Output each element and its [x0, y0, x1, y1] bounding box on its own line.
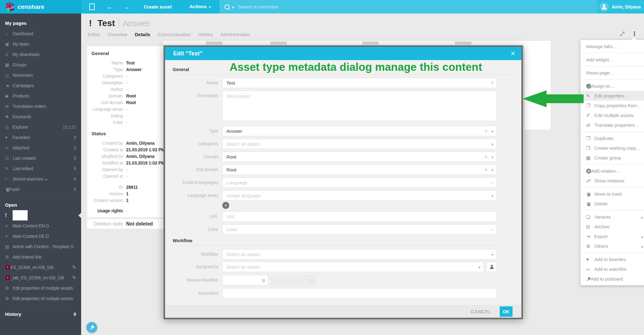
menu-item[interactable]: ☍ Show relations	[580, 176, 644, 186]
search-icon[interactable]	[225, 4, 230, 9]
ok-button[interactable]: OK	[500, 306, 513, 317]
menu-item[interactable]: Move to trash	[580, 189, 644, 199]
forward-arrow-icon[interactable]	[118, 3, 135, 11]
actions-menu-button[interactable]: Actions	[180, 0, 219, 14]
sidebar-open-item[interactable]: k _tab_ES_02308_en-GB_GB	[0, 272, 81, 283]
edit-pencil-icon[interactable]	[72, 265, 76, 270]
kfile-icon: k	[5, 265, 10, 270]
sidebar-item[interactable]: ♥ Favorites 0	[0, 132, 81, 142]
color-select[interactable]: Color	[222, 224, 497, 235]
sidebar-item[interactable]: ⇄ Translation orders	[0, 101, 81, 111]
menu-item[interactable]: Reset page…	[580, 68, 644, 78]
heart-icon: ♥	[5, 135, 13, 140]
sidebar-open-item[interactable]: ▤ Article with Content - Template D	[0, 241, 81, 252]
sidebar-item[interactable]: ◆ Products	[0, 91, 81, 101]
kebab-menu-icon[interactable]	[631, 30, 637, 37]
tab[interactable]: Details	[135, 32, 150, 37]
domain-select[interactable]: Root	[222, 152, 497, 162]
clear-icon[interactable]	[485, 128, 488, 134]
tab[interactable]: Communication	[158, 32, 191, 37]
pick-user-button[interactable]	[486, 262, 497, 272]
expand-icon[interactable]	[620, 31, 625, 37]
binoculars-icon: ∞	[5, 145, 13, 150]
content-languages-select[interactable]: Language	[222, 177, 497, 188]
brand[interactable]: censhare	[0, 0, 81, 14]
menu-item[interactable]: + Add relation…	[580, 166, 644, 176]
select-placeholder: Usage language	[226, 193, 491, 198]
sidebar-item[interactable]: ▦ Groups	[0, 59, 81, 70]
sidebar-item[interactable]: Trash 0	[0, 184, 81, 194]
create-asset-button[interactable]: Create asset	[135, 0, 180, 14]
language-areas-select[interactable]: Usage language	[222, 190, 497, 201]
detail-value: 1	[126, 191, 129, 197]
categories-select[interactable]: Select an option	[222, 139, 497, 149]
menu-item[interactable]: Add widget…	[580, 55, 644, 64]
sidebar-item[interactable]: ▣ My tasks	[0, 39, 81, 49]
sidebar-item[interactable]: ◄ Campaigns	[0, 80, 81, 91]
search-input[interactable]	[237, 4, 370, 10]
sidebar-open-item[interactable]: k ES_02308_en-GB_GB	[0, 262, 81, 272]
sidebar-open-item[interactable]: ⚙ Add shared link	[0, 252, 81, 262]
tab[interactable]: History	[198, 32, 213, 37]
deletion-state-label: Deletion state	[92, 221, 123, 227]
menu-item[interactable]: ✎ Edit properties…	[580, 91, 644, 101]
sidebar-item[interactable]: ⇓ My downloads	[0, 49, 81, 59]
tab[interactable]: Administration	[220, 32, 250, 37]
second-domain-select[interactable]: Root	[222, 165, 497, 175]
clear-icon[interactable]	[485, 154, 488, 160]
sidebar-item[interactable]: ☑ Last created 5	[0, 153, 81, 163]
search-scope-chevron-icon[interactable]	[232, 4, 234, 10]
menu-item[interactable]: ♥ Add to favorites	[580, 254, 644, 264]
menu-item[interactable]: ⇄ Translate properties…	[580, 120, 644, 130]
edit-pencil-icon[interactable]	[72, 275, 76, 281]
cancel-button[interactable]: CANCEL	[471, 309, 491, 314]
clear-icon[interactable]	[485, 167, 488, 173]
type-select[interactable]: Answer	[222, 126, 497, 136]
menu-item[interactable]: → Assign to…	[580, 81, 644, 91]
menu-item[interactable]: ✐ Edit multiple assets	[580, 110, 644, 120]
description-textarea[interactable]	[222, 91, 497, 121]
menu-item-label: Copy properties from…	[594, 103, 642, 108]
name-input[interactable]	[222, 78, 497, 88]
menu-item[interactable]: ⊟ Archive	[580, 222, 644, 232]
tab[interactable]: Editor	[88, 32, 100, 37]
calendar-icon[interactable]	[262, 277, 265, 283]
menu-item[interactable]: ❑ Variants	[580, 212, 644, 222]
user-menu[interactable]: Amin, Dilyana	[597, 0, 644, 14]
sidebar-item[interactable]: ∞ Watched 0	[0, 142, 81, 153]
sidebar-open-item[interactable]: ! Test	[0, 210, 81, 221]
menu-item[interactable]: ⇥ Export	[580, 232, 644, 241]
pinboard-fab-button[interactable]	[86, 322, 97, 333]
menu-item[interactable]: Manage tabs…	[580, 42, 644, 51]
close-icon[interactable]	[511, 50, 515, 57]
deadline-date-field[interactable]	[222, 275, 268, 285]
back-arrow-icon[interactable]	[102, 3, 118, 11]
sidebar-item[interactable]: ◎ Explorer 15,121	[0, 122, 81, 132]
sidebar-item[interactable]: ❖ Keywords	[0, 111, 81, 122]
menu-item[interactable]: Delete	[580, 199, 644, 209]
sidebar-item[interactable]: ✎ Last edited 6	[0, 163, 81, 174]
menu-item[interactable]: ❐ Duplicate	[580, 133, 644, 143]
workflow-select[interactable]: Select an option	[222, 249, 497, 260]
menu-item[interactable]: ❐ Copy properties from…	[580, 101, 644, 110]
deadline-date-input[interactable]	[225, 277, 262, 283]
menu-item[interactable]: ▦ Create group	[580, 153, 644, 163]
tab[interactable]: Overview	[108, 32, 127, 37]
menu-item[interactable]: Add to pinboard	[580, 274, 644, 284]
annotation-input[interactable]	[222, 288, 497, 299]
assigned-to-select[interactable]: Select an option	[222, 262, 484, 272]
sidebar-open-item[interactable]: ⚙ Edit properties of multiple assets	[0, 293, 81, 304]
window-icon[interactable]	[89, 3, 95, 10]
menu-item[interactable]: ⚙ Others	[580, 241, 644, 251]
add-icon[interactable]	[222, 202, 229, 209]
sidebar-item[interactable]: ⌂ Dashboard	[0, 28, 81, 39]
sidebar-open-item[interactable]: ≡ Main Content DE D	[0, 231, 81, 241]
sidebar-item[interactable]: ◫ Newsroom	[0, 70, 81, 80]
sidebar-open-item[interactable]: ⚙ Edit properties of multiple assets	[0, 283, 81, 293]
menu-item[interactable]: ∞ Add to watchlist	[580, 264, 644, 274]
sidebar-item[interactable]: ⌕ Stored searches 6	[0, 174, 81, 184]
menu-item[interactable]: ❒ Create working copy…	[580, 143, 644, 153]
clear-icon[interactable]	[491, 78, 494, 88]
url-input[interactable]	[222, 211, 497, 222]
sidebar-open-item[interactable]: ≡ Main Content EN D	[0, 221, 81, 231]
